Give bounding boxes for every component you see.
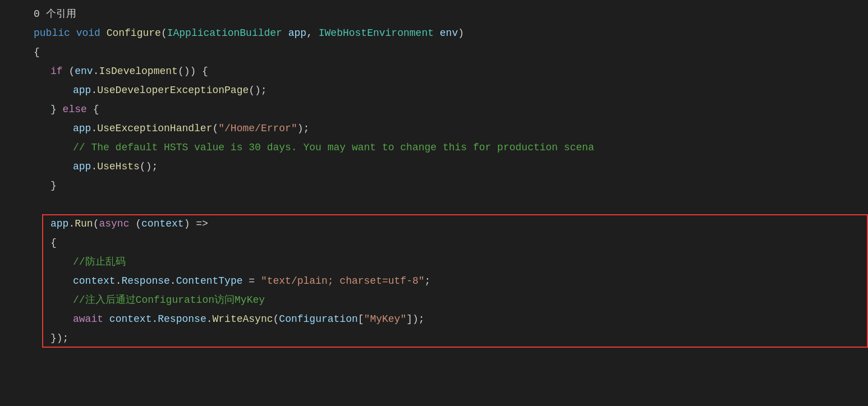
line-apprun: app.Run(async (context) => <box>0 214 868 233</box>
code-line: context.Response.ContentType = "text/pla… <box>28 273 430 289</box>
code-line: { <box>28 44 40 61</box>
line-await: await context.Response.WriteAsync(Config… <box>0 310 868 329</box>
code-line: }); <box>28 330 68 347</box>
line-close-if: } <box>0 176 868 195</box>
line-bottom1 <box>0 348 868 367</box>
code-line: } else { <box>28 101 99 118</box>
line-comment-hsts: // The default HSTS value is 30 days. Yo… <box>0 138 868 157</box>
line-usehsts: app.UseHsts(); <box>0 157 868 176</box>
code-line: app.UseDeveloperExceptionPage(); <box>28 82 267 99</box>
code-line: { <box>28 234 57 251</box>
code-line: // The default HSTS value is 30 days. Yo… <box>28 139 594 156</box>
line-configure: public void Configure(IApplicationBuilde… <box>0 24 868 43</box>
code-editor: 0 个引用 public void Configure(IApplication… <box>0 0 868 406</box>
code-line <box>28 349 40 366</box>
code-line: 0 个引用 <box>28 6 76 22</box>
line-usedev: app.UseDeveloperExceptionPage(); <box>0 81 868 100</box>
line-open-brace-1: { <box>0 43 868 62</box>
line-contenttype: context.Response.ContentType = "text/pla… <box>0 271 868 290</box>
code-line: app.UseHsts(); <box>28 158 158 175</box>
code-line <box>28 196 40 213</box>
line-if: if (env.IsDevelopment()) { <box>0 62 868 81</box>
line-comment-cn: //防止乱码 <box>0 252 868 271</box>
code-line: public void Configure(IApplicationBuilde… <box>28 25 464 41</box>
code-line: //注入后通过Configuration访问MyKey <box>28 292 265 308</box>
code-line: if (env.IsDevelopment()) { <box>28 63 208 80</box>
line-close-run: }); <box>0 329 868 348</box>
line-else: } else { <box>0 100 868 119</box>
line-comment-cn2: //注入后通过Configuration访问MyKey <box>0 290 868 310</box>
code-line: app.Run(async (context) => <box>28 215 208 232</box>
code-line: await context.Response.WriteAsync(Config… <box>28 311 425 327</box>
code-line: //防止乱码 <box>28 253 126 270</box>
code-line: } <box>28 177 57 194</box>
highlighted-block-wrapper: app.Run(async (context) => { //防止乱码 cont… <box>0 214 868 348</box>
line-useexception: app.UseExceptionHandler("/Home/Error"); <box>0 119 868 138</box>
line-blank <box>0 195 868 214</box>
code-line: app.UseExceptionHandler("/Home/Error"); <box>28 120 309 137</box>
line-open-brace-2: { <box>0 233 868 252</box>
line-ref-count: 0 个引用 <box>0 4 868 24</box>
